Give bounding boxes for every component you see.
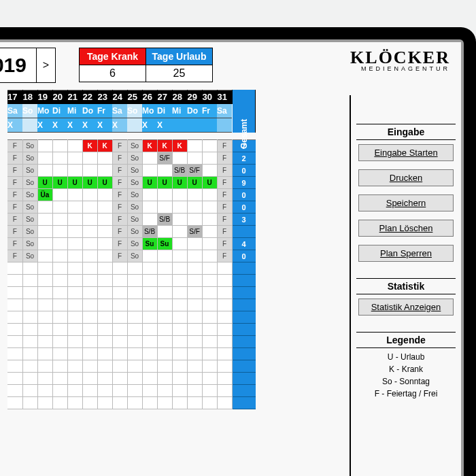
calendar-cell[interactable] <box>7 360 22 373</box>
calendar-cell[interactable] <box>97 250 112 262</box>
calendar-cell[interactable] <box>7 397 22 409</box>
calendar-cell[interactable] <box>82 336 97 348</box>
calendar-cell[interactable] <box>52 275 67 287</box>
calendar-cell[interactable] <box>157 262 172 275</box>
calendar-cell[interactable]: F <box>112 201 127 214</box>
calendar-cell[interactable] <box>217 287 232 299</box>
calendar-cell[interactable] <box>82 348 97 360</box>
calendar-cell[interactable] <box>202 152 217 165</box>
calendar-cell[interactable] <box>52 397 67 409</box>
calendar-cell[interactable]: Su <box>157 238 172 250</box>
calendar-cell[interactable] <box>37 214 52 226</box>
calendar-cell[interactable] <box>187 275 202 287</box>
calendar-cell[interactable]: U <box>172 177 187 189</box>
calendar-cell[interactable]: F <box>7 201 22 214</box>
calendar-cell[interactable]: F <box>7 140 22 152</box>
calendar-cell[interactable] <box>172 250 187 262</box>
calendar-cell[interactable] <box>67 324 82 336</box>
calendar-cell[interactable] <box>37 324 52 336</box>
calendar-cell[interactable] <box>127 262 142 275</box>
calendar-cell[interactable] <box>82 299 97 311</box>
calendar-cell[interactable] <box>82 152 97 165</box>
calendar-cell[interactable] <box>97 336 112 348</box>
calendar-cell[interactable] <box>157 275 172 287</box>
calendar-cell[interactable] <box>97 324 112 336</box>
calendar-cell[interactable] <box>187 373 202 385</box>
calendar-cell[interactable] <box>142 152 157 165</box>
calendar-cell[interactable] <box>37 275 52 287</box>
calendar-cell[interactable] <box>142 385 157 397</box>
calendar-cell[interactable] <box>187 201 202 214</box>
calendar-cell[interactable] <box>52 299 67 311</box>
calendar-cell[interactable] <box>217 262 232 275</box>
calendar-cell[interactable] <box>172 385 187 397</box>
calendar-cell[interactable]: U <box>82 177 97 189</box>
calendar-cell[interactable] <box>127 336 142 348</box>
calendar-cell[interactable] <box>97 311 112 324</box>
calendar-cell[interactable] <box>172 201 187 214</box>
calendar-cell[interactable] <box>82 238 97 250</box>
calendar-cell[interactable] <box>97 189 112 201</box>
start-entry-button[interactable]: Eingabe Starten <box>358 144 454 161</box>
calendar-cell[interactable] <box>7 373 22 385</box>
calendar-cell[interactable]: S/B <box>142 226 157 238</box>
calendar-cell[interactable] <box>67 226 82 238</box>
calendar-cell[interactable] <box>127 348 142 360</box>
calendar-cell[interactable]: U <box>202 177 217 189</box>
calendar-cell[interactable] <box>52 262 67 275</box>
calendar-cell[interactable] <box>52 189 67 201</box>
calendar-cell[interactable] <box>172 189 187 201</box>
calendar-cell[interactable] <box>157 201 172 214</box>
calendar-cell[interactable]: So <box>22 140 37 152</box>
calendar-cell[interactable] <box>112 360 127 373</box>
calendar-cell[interactable] <box>187 324 202 336</box>
calendar-cell[interactable]: So <box>22 201 37 214</box>
calendar-cell[interactable] <box>67 275 82 287</box>
calendar-cell[interactable] <box>202 201 217 214</box>
calendar-cell[interactable] <box>157 324 172 336</box>
calendar-cell[interactable] <box>22 311 37 324</box>
calendar-cell[interactable]: S/F <box>187 226 202 238</box>
calendar-cell[interactable] <box>187 262 202 275</box>
calendar-cell[interactable]: F <box>7 250 22 262</box>
calendar-cell[interactable] <box>172 275 187 287</box>
calendar-cell[interactable] <box>22 348 37 360</box>
calendar-cell[interactable] <box>52 238 67 250</box>
calendar-cell[interactable] <box>172 299 187 311</box>
calendar-cell[interactable] <box>112 275 127 287</box>
calendar-cell[interactable] <box>37 165 52 177</box>
calendar-cell[interactable]: So <box>127 165 142 177</box>
calendar-cell[interactable] <box>67 336 82 348</box>
calendar-cell[interactable] <box>172 360 187 373</box>
calendar-cell[interactable]: So <box>127 238 142 250</box>
calendar-cell[interactable]: So <box>127 177 142 189</box>
calendar-cell[interactable] <box>7 262 22 275</box>
calendar-cell[interactable] <box>112 262 127 275</box>
calendar-cell[interactable] <box>52 140 67 152</box>
calendar-cell[interactable] <box>22 397 37 409</box>
calendar-cell[interactable]: U <box>67 177 82 189</box>
calendar-cell[interactable] <box>187 250 202 262</box>
calendar-cell[interactable] <box>7 275 22 287</box>
calendar-cell[interactable] <box>157 287 172 299</box>
calendar-cell[interactable] <box>37 360 52 373</box>
calendar-cell[interactable] <box>97 360 112 373</box>
calendar-cell[interactable] <box>67 299 82 311</box>
calendar-cell[interactable] <box>217 385 232 397</box>
calendar-cell[interactable] <box>187 360 202 373</box>
calendar-cell[interactable] <box>202 214 217 226</box>
calendar-cell[interactable] <box>67 360 82 373</box>
calendar-cell[interactable] <box>22 385 37 397</box>
calendar-cell[interactable] <box>67 250 82 262</box>
calendar-cell[interactable] <box>187 152 202 165</box>
calendar-cell[interactable] <box>187 287 202 299</box>
calendar-cell[interactable] <box>67 385 82 397</box>
calendar-cell[interactable] <box>112 373 127 385</box>
calendar-cell[interactable] <box>157 165 172 177</box>
calendar-cell[interactable] <box>202 397 217 409</box>
calendar-cell[interactable]: F <box>217 152 232 165</box>
calendar-cell[interactable] <box>172 373 187 385</box>
calendar-cell[interactable] <box>202 140 217 152</box>
calendar-cell[interactable] <box>142 165 157 177</box>
calendar-cell[interactable]: So <box>127 250 142 262</box>
